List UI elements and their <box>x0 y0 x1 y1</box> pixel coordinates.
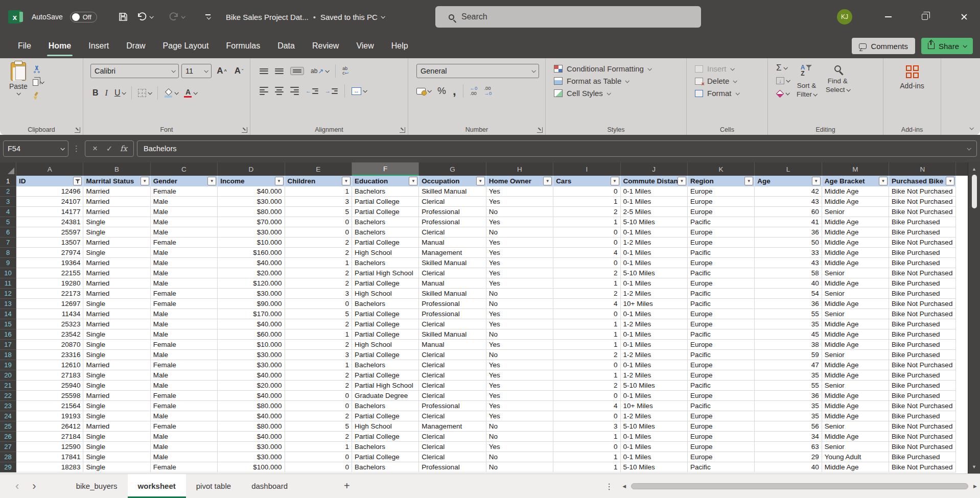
data-cell[interactable]: $160.000 <box>218 248 285 258</box>
restore-button[interactable] <box>908 0 942 34</box>
data-cell[interactable]: Pacific <box>688 381 755 391</box>
align-left-button[interactable] <box>260 87 268 95</box>
data-cell[interactable]: $60.000 <box>218 329 285 340</box>
header-cell-age-bracket[interactable]: Age Bracket▼ <box>822 176 889 186</box>
data-cell[interactable]: 10+ Miles <box>621 299 688 309</box>
scroll-down-icon[interactable]: ▼ <box>972 464 976 473</box>
data-cell[interactable]: Male <box>151 442 218 452</box>
data-cell[interactable]: High School <box>352 340 419 350</box>
data-cell[interactable]: Bachelors <box>352 227 419 238</box>
data-cell[interactable]: Single <box>83 340 150 350</box>
data-cell[interactable]: Partial College <box>352 329 419 340</box>
data-cell[interactable]: Middle Age <box>822 391 889 401</box>
row-number-13[interactable]: 13 <box>0 299 16 309</box>
data-cell[interactable]: Skilled Manual <box>419 258 486 268</box>
data-cell[interactable]: Europe <box>688 360 755 370</box>
data-cell[interactable]: Middle Age <box>822 340 889 350</box>
tab-formulas[interactable]: Formulas <box>217 34 269 58</box>
data-cell[interactable]: Married <box>83 258 150 268</box>
alignment-dialog-launcher[interactable] <box>400 127 405 133</box>
data-cell[interactable]: 5-10 Miles <box>621 268 688 278</box>
data-cell[interactable]: Single <box>83 227 150 238</box>
data-cell[interactable]: Yes <box>486 401 553 411</box>
data-cell[interactable]: 2 <box>285 381 352 391</box>
data-cell[interactable]: Bachelors <box>352 462 419 472</box>
data-cell[interactable]: Single <box>83 452 150 462</box>
data-cell[interactable]: Europe <box>688 278 755 289</box>
data-cell[interactable]: Bachelors <box>352 360 419 370</box>
clear-button[interactable] <box>776 89 789 98</box>
vertical-scrollbar[interactable]: ▲ ▼ <box>968 162 980 473</box>
data-cell[interactable]: 40 <box>755 462 822 472</box>
data-cell[interactable]: Bike Purchased <box>889 289 956 299</box>
data-cell[interactable]: Professional <box>419 217 486 227</box>
data-cell[interactable]: 1 <box>553 319 620 329</box>
filter-applied-button[interactable] <box>73 177 82 185</box>
data-cell[interactable]: No <box>486 462 553 472</box>
data-cell[interactable]: Clerical <box>419 411 486 421</box>
data-cell[interactable]: Middle Age <box>822 238 889 248</box>
data-cell[interactable]: Middle Age <box>822 299 889 309</box>
data-cell[interactable]: 5 <box>285 207 352 217</box>
number-format-select[interactable]: General <box>416 64 539 78</box>
data-cell[interactable]: 0-1 Miles <box>621 452 688 462</box>
data-cell[interactable]: 2 <box>285 238 352 248</box>
data-cell[interactable]: 0 <box>285 299 352 309</box>
data-cell[interactable]: Partial College <box>352 432 419 442</box>
data-cell[interactable]: Middle Age <box>822 217 889 227</box>
tab-draw[interactable]: Draw <box>118 34 154 58</box>
data-cell[interactable]: Married <box>83 360 150 370</box>
sort-filter-button[interactable]: AZ Sort &Filter <box>795 63 819 99</box>
data-cell[interactable]: Yes <box>486 370 553 381</box>
data-cell[interactable]: 35 <box>755 370 822 381</box>
header-cell-income[interactable]: Income▼ <box>218 176 285 186</box>
row-number-18[interactable]: 18 <box>0 350 16 360</box>
add-sheet-button[interactable]: + <box>339 474 355 498</box>
data-cell[interactable]: 0-1 Miles <box>621 197 688 207</box>
data-cell[interactable]: Professional <box>419 401 486 411</box>
avatar[interactable]: KJ <box>837 9 852 25</box>
data-cell[interactable]: No <box>486 421 553 432</box>
data-cell[interactable]: 35 <box>755 401 822 411</box>
quick-access-customize-button[interactable] <box>198 0 218 34</box>
data-cell[interactable]: No <box>486 227 553 238</box>
data-cell[interactable]: No <box>486 350 553 360</box>
data-cell[interactable]: Male <box>151 207 218 217</box>
data-cell[interactable]: Partial College <box>352 350 419 360</box>
borders-button[interactable] <box>138 89 151 97</box>
data-cell[interactable]: 1 <box>553 452 620 462</box>
data-cell[interactable]: $70.000 <box>218 217 285 227</box>
row-number-20[interactable]: 20 <box>0 370 16 381</box>
data-cell[interactable]: 29 <box>755 452 822 462</box>
data-cell[interactable]: Bike Purchased <box>889 217 956 227</box>
data-cell[interactable]: 27183 <box>16 370 83 381</box>
data-cell[interactable]: $40.000 <box>218 370 285 381</box>
paste-button[interactable]: Paste <box>9 62 28 100</box>
data-cell[interactable]: 1 <box>553 340 620 350</box>
data-cell[interactable]: 17841 <box>16 452 83 462</box>
data-cell[interactable]: Clerical <box>419 350 486 360</box>
tab-page-layout[interactable]: Page Layout <box>154 34 218 58</box>
conditional-formatting-button[interactable]: Conditional Formatting <box>554 64 683 73</box>
filter-dropdown-button[interactable]: ▼ <box>812 177 821 185</box>
data-cell[interactable]: No <box>486 299 553 309</box>
data-cell[interactable]: 3 <box>285 289 352 299</box>
data-cell[interactable]: Male <box>151 227 218 238</box>
data-cell[interactable]: Male <box>151 350 218 360</box>
data-cell[interactable]: Bachelors <box>352 299 419 309</box>
row-number-1[interactable]: 1 <box>0 176 16 186</box>
data-cell[interactable]: 0-1 Miles <box>621 248 688 258</box>
data-cell[interactable]: $30.000 <box>218 442 285 452</box>
increase-indent-button[interactable]: → <box>325 88 338 94</box>
data-cell[interactable]: Yes <box>486 258 553 268</box>
header-cell-children[interactable]: Children▼ <box>285 176 352 186</box>
row-number-23[interactable]: 23 <box>0 401 16 411</box>
data-cell[interactable]: 27184 <box>16 432 83 442</box>
data-cell[interactable]: Female <box>151 401 218 411</box>
data-cell[interactable]: 2 <box>285 370 352 381</box>
data-cell[interactable]: Female <box>151 238 218 248</box>
data-cell[interactable]: Clerical <box>419 370 486 381</box>
data-cell[interactable]: Senior <box>822 421 889 432</box>
data-cell[interactable]: 35 <box>755 319 822 329</box>
data-cell[interactable]: 12496 <box>16 186 83 197</box>
